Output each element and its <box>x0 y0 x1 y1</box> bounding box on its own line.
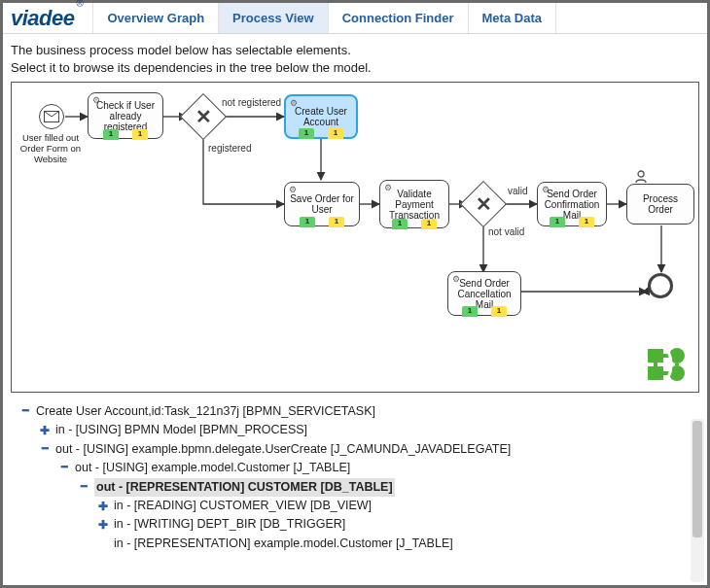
task-save-order[interactable]: ⚙ Save Order for User 1 1 <box>284 182 360 226</box>
gateway-registered[interactable]: ✕ <box>187 100 220 133</box>
badge-in: 1 <box>462 306 478 317</box>
task-send-cancellation[interactable]: ⚙ Send Order Cancellation Mail 1 1 <box>447 271 521 316</box>
tree-node-selected[interactable]: out - [REPRESENTATION] CUSTOMER [DB_TABL… <box>9 478 701 497</box>
tree-node[interactable]: out - [USING] example.bpmn.delegate.User… <box>9 440 701 459</box>
collapse-icon[interactable] <box>38 444 52 455</box>
svg-rect-4 <box>648 366 663 380</box>
start-event[interactable] <box>39 104 64 129</box>
expand-icon[interactable] <box>96 501 110 512</box>
bpmn-tool-logo <box>646 345 689 384</box>
brand-logo: viadee® <box>3 6 92 31</box>
tab-meta-data[interactable]: Meta Data <box>469 3 556 33</box>
dependency-tree[interactable]: Create User Account,id:Task_121n37j [BPM… <box>3 393 707 556</box>
task-send-confirmation[interactable]: ⚙ Send Order Confirmation Mail 1 1 <box>537 182 607 226</box>
badge-out: 1 <box>328 128 343 139</box>
tree-node[interactable]: Create User Account,id:Task_121n37j [BPM… <box>9 402 701 421</box>
edge-registered: registered <box>208 143 251 154</box>
badge-out: 1 <box>132 129 148 140</box>
badge-in: 1 <box>550 217 565 227</box>
gear-icon: ⚙ <box>384 184 392 193</box>
tab-connection-finder[interactable]: Connection Finder <box>329 3 469 33</box>
scrollbar-thumb[interactable] <box>692 421 702 537</box>
instruction-text: The business process model below has sel… <box>3 34 707 82</box>
edge-not-valid: not valid <box>488 226 524 237</box>
badge-in: 1 <box>392 219 408 229</box>
edge-valid: valid <box>508 186 528 196</box>
gear-icon: ⚙ <box>289 186 297 195</box>
tree-node[interactable]: in - [WRITING] DEPT_BIR [DB_TRIGGER] <box>9 515 701 534</box>
gear-icon: ⚙ <box>452 275 460 285</box>
edge-not-registered: not registered <box>222 97 281 108</box>
badge-out: 1 <box>421 219 437 229</box>
expand-icon[interactable] <box>38 425 52 436</box>
end-event[interactable] <box>648 273 673 298</box>
collapse-icon[interactable] <box>77 482 90 493</box>
task-validate-payment[interactable]: ⚙ Validate Payment Transaction 1 1 <box>379 180 449 228</box>
tree-node[interactable]: in - [USING] BPMN Model [BPMN_PROCESS] <box>9 421 701 439</box>
collapse-icon[interactable] <box>18 406 32 417</box>
tab-overview-graph[interactable]: Overview Graph <box>92 3 219 33</box>
gateway-valid[interactable]: ✕ <box>467 188 500 221</box>
badge-out: 1 <box>329 217 344 227</box>
tree-node[interactable]: in - [READING] CUSTOMER_VIEW [DB_VIEW] <box>9 497 701 515</box>
tree-node[interactable]: in - [REPRESENTATION] example.model.Cust… <box>9 535 701 553</box>
badge-out: 1 <box>579 217 594 227</box>
bpmn-diagram[interactable]: User filled out Order Form on Website ⚙ … <box>11 82 699 393</box>
svg-rect-2 <box>648 349 663 363</box>
task-check-user[interactable]: ⚙ Check if User already registered 1 1 <box>88 92 163 139</box>
svg-point-1 <box>638 171 644 177</box>
tree-node[interactable]: out - [USING] example.model.Customer [J_… <box>9 459 701 477</box>
expand-icon[interactable] <box>96 519 110 531</box>
gear-icon: ⚙ <box>542 186 550 195</box>
gear-icon: ⚙ <box>92 96 100 106</box>
task-process-order[interactable]: Process Order <box>626 184 694 225</box>
badge-in: 1 <box>299 128 314 139</box>
badge-in: 1 <box>103 129 119 140</box>
collapse-icon[interactable] <box>57 463 71 473</box>
badge-out: 1 <box>491 306 507 317</box>
gear-icon: ⚙ <box>290 99 298 109</box>
start-event-label: User filled out Order Form on Website <box>16 133 86 165</box>
badge-in: 1 <box>300 217 315 227</box>
tree-scrollbar[interactable] <box>691 419 704 582</box>
tab-process-view[interactable]: Process View <box>219 3 329 33</box>
task-create-user-account[interactable]: ⚙ Create User Account 1 1 <box>284 94 358 139</box>
